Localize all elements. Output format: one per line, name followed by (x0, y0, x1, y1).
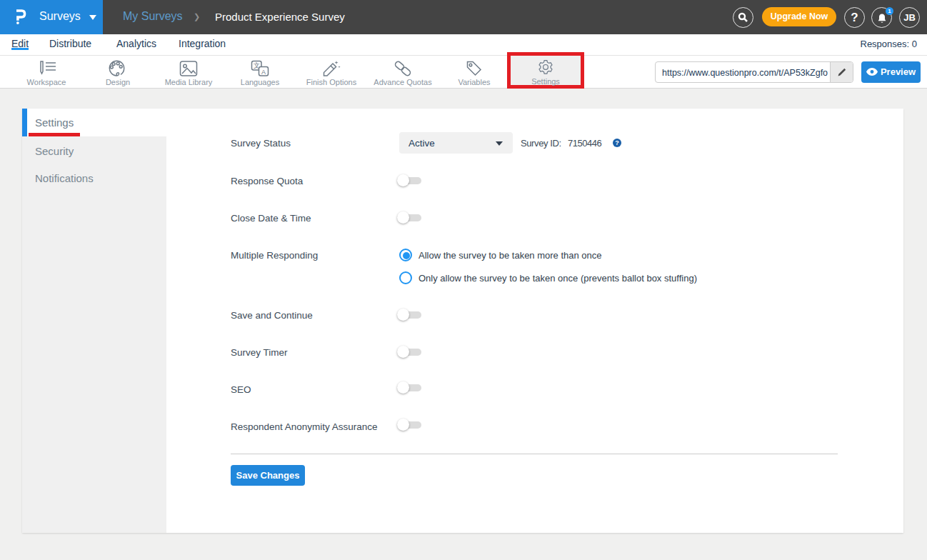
svg-text:A: A (261, 69, 266, 76)
svg-text:?: ? (615, 139, 619, 146)
